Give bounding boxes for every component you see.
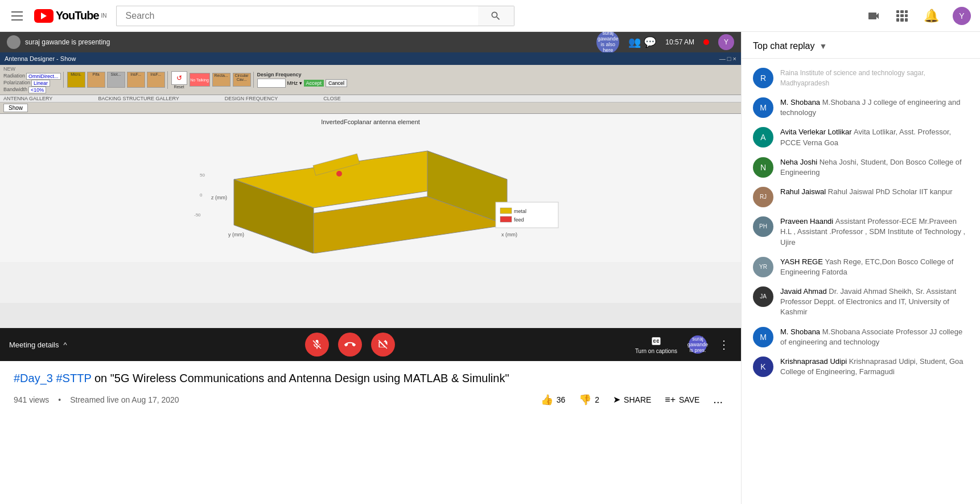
more-icon: ... bbox=[713, 393, 723, 406]
meta-dot: • bbox=[58, 395, 61, 404]
chat-avatar-3: N bbox=[753, 157, 773, 178]
chat-message-9: K Krishnaprasad Udipi Krishnaprasad Udip… bbox=[742, 352, 980, 382]
chat-content-8: M. Shobana M.Shobana Associate Professor… bbox=[780, 327, 969, 347]
video-title: #Day_3 #STTP on "5G Wireless Communicati… bbox=[14, 370, 727, 386]
meeting-details-chevron[interactable]: ^ bbox=[63, 341, 67, 349]
chat-username-6: YASH REGE bbox=[780, 257, 825, 266]
controls-center bbox=[305, 333, 395, 357]
antenna-gallery-label: ANTENNA GALLERY bbox=[3, 96, 52, 101]
backing-gallery-label: BACKING STRUCTURE GALLERY bbox=[98, 96, 179, 101]
chat-content-4: Rahul Jaiswal Rahul Jaiswal PhD Scholar … bbox=[780, 187, 969, 207]
meeting-details-label: Meeting details ^ bbox=[9, 341, 67, 349]
like-count: 36 bbox=[557, 395, 566, 404]
save-icon: ≡+ bbox=[665, 395, 676, 405]
more-button[interactable]: ... bbox=[709, 391, 727, 408]
gallery-labels: ANTENNA GALLERY BACKING STRUCTURE GALLER… bbox=[0, 95, 741, 103]
svg-point-5 bbox=[336, 171, 342, 177]
end-call-button[interactable] bbox=[338, 333, 362, 357]
accept-button[interactable]: Accept bbox=[304, 80, 324, 87]
chat-content-9: Krishnaprasad Udipi Krishnaprasad Udipi,… bbox=[780, 357, 969, 377]
header-right: 🔔 Y bbox=[864, 6, 971, 26]
chat-dropdown-arrow[interactable]: ▼ bbox=[820, 42, 827, 51]
video-off-icon bbox=[377, 339, 389, 350]
top-bar-right: surajgawandeis alsohere 👥 💬 10:57 AM Y bbox=[596, 32, 734, 54]
share-button[interactable]: ➤ SHARE bbox=[608, 392, 656, 407]
svg-text:z (mm): z (mm) bbox=[211, 195, 227, 200]
video-title-hashtags: #Day_3 #STTP bbox=[14, 372, 91, 384]
chat-avatar-0: R bbox=[753, 68, 773, 88]
logo-country: IN bbox=[101, 13, 107, 19]
create-icon bbox=[867, 9, 880, 23]
icons-group: 👥 💬 bbox=[628, 36, 656, 48]
captions-button[interactable]: Turn on captions bbox=[633, 333, 680, 357]
call-end-icon bbox=[344, 339, 356, 350]
svg-rect-15 bbox=[500, 216, 512, 222]
video-title-rest: on "5G Wireless Communications and Anten… bbox=[91, 372, 509, 384]
create-video-button[interactable] bbox=[864, 7, 883, 25]
search-button[interactable] bbox=[478, 6, 514, 26]
chat-username-1: M. Shobana bbox=[780, 98, 822, 106]
mute-button[interactable] bbox=[305, 333, 329, 357]
show-tab[interactable]: Show bbox=[3, 104, 28, 112]
chat-username-9: Krishnaprasad Udipi bbox=[780, 357, 849, 366]
chat-avatar-2: A bbox=[753, 127, 773, 147]
apps-icon bbox=[896, 10, 908, 22]
logo-text: YouTube bbox=[56, 9, 99, 22]
youtube-logo-icon bbox=[34, 9, 53, 23]
antenna-plot-area: InvertedFcoplanar antenna element bbox=[0, 114, 741, 262]
chat-content-3: Neha Joshi Neha Joshi, Student, Don Bosc… bbox=[780, 157, 969, 178]
chat-username-3: Neha Joshi bbox=[780, 158, 820, 166]
close-label: CLOSE bbox=[323, 96, 341, 101]
matlab-title-text: Antenna Designer - Show bbox=[5, 55, 76, 62]
more-options-button[interactable]: ⋮ bbox=[716, 335, 732, 354]
apps-button[interactable] bbox=[894, 8, 910, 24]
presenter-mini: surajgawandeis pres. bbox=[689, 335, 707, 354]
notifications-button[interactable]: 🔔 bbox=[921, 6, 941, 26]
design-frequency: Design Frequency MHz ▾ Accept Cancel bbox=[253, 72, 348, 88]
youtube-logo[interactable]: YouTubeIN bbox=[34, 9, 107, 23]
hamburger-menu[interactable] bbox=[9, 9, 25, 23]
matlab-title-bar: Antenna Designer - Show — □ × bbox=[0, 52, 741, 65]
design-freq-label: DESIGN FREQUENCY bbox=[225, 96, 278, 101]
hamburger-icon bbox=[11, 11, 23, 21]
search-input[interactable] bbox=[116, 6, 478, 26]
thumbs-down-icon: 👎 bbox=[579, 394, 591, 406]
video-off-button[interactable] bbox=[371, 333, 395, 357]
captions-label: Turn on captions bbox=[635, 348, 677, 354]
controls-right: Turn on captions surajgawandeis pres. ⋮ bbox=[633, 333, 732, 357]
save-label: SAVE bbox=[679, 395, 699, 404]
svg-rect-13 bbox=[500, 208, 512, 214]
svg-text:0: 0 bbox=[200, 192, 203, 198]
chat-text-4: Rahul Jaiswal PhD Scholar IIT kanpur bbox=[828, 187, 953, 196]
svg-text:x (mm): x (mm) bbox=[501, 232, 517, 237]
chat-messages: R Raina Institute of science and technol… bbox=[742, 59, 980, 504]
chat-content-2: Avita Verlekar Lotlikar Avita Lotlikar, … bbox=[780, 127, 969, 147]
cancel-button[interactable]: Cancel bbox=[326, 79, 347, 87]
search-bar bbox=[116, 6, 514, 26]
main-container: suraj gawande is presenting surajgawande… bbox=[0, 32, 980, 504]
video-wrapper: suraj gawande is presenting surajgawande… bbox=[0, 32, 741, 361]
view-count: 941 views bbox=[14, 395, 49, 404]
chat-avatar-7: JA bbox=[753, 286, 773, 307]
chat-message-8: M M. Shobana M.Shobana Associate Profess… bbox=[742, 322, 980, 352]
svg-text:-50: -50 bbox=[194, 212, 201, 218]
chat-message-1: M M. Shobana M.Shobana J J college of en… bbox=[742, 93, 980, 122]
share-label: SHARE bbox=[624, 395, 651, 404]
participant-avatar: surajgawandeis alsohere bbox=[596, 32, 619, 54]
chat-avatar-9: K bbox=[753, 357, 773, 377]
presenter-avatar bbox=[7, 35, 20, 49]
meeting-top-bar: suraj gawande is presenting surajgawande… bbox=[0, 32, 741, 52]
matlab-window: Antenna Designer - Show — □ × NEW Radiat… bbox=[0, 52, 741, 303]
matlab-window-controls: — □ × bbox=[719, 55, 736, 62]
svg-text:y (mm): y (mm) bbox=[228, 232, 244, 237]
participant-chip: surajgawandeis alsohere bbox=[596, 32, 619, 54]
stream-date: Streamed live on Aug 17, 2020 bbox=[70, 395, 179, 404]
chat-content-0: Raina Institute of science and technolog… bbox=[780, 68, 969, 88]
save-button[interactable]: ≡+ SAVE bbox=[660, 392, 704, 407]
account-avatar[interactable]: Y bbox=[953, 7, 971, 25]
like-button[interactable]: 👍 36 bbox=[536, 391, 570, 408]
frequency-input[interactable] bbox=[257, 79, 286, 88]
dislike-button[interactable]: 👎 2 bbox=[574, 391, 604, 408]
below-video: #Day_3 #STTP on "5G Wireless Communicati… bbox=[0, 361, 741, 424]
header: YouTubeIN 🔔 Y bbox=[0, 0, 980, 32]
